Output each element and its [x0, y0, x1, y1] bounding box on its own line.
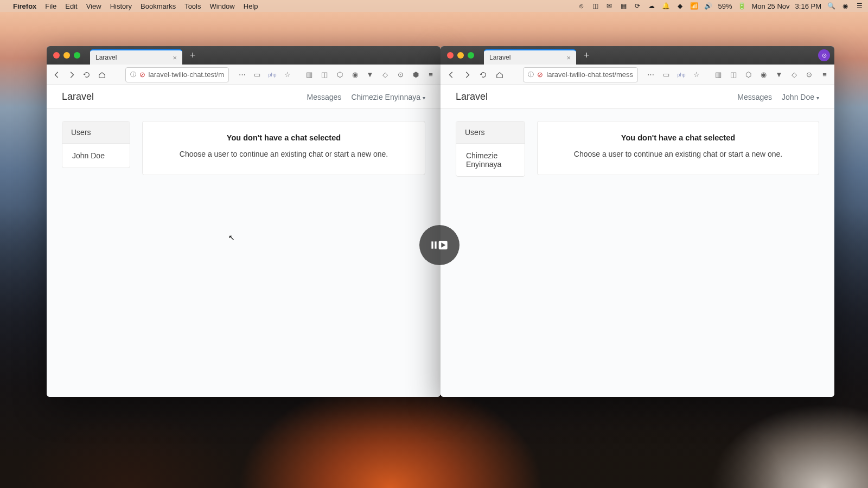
browser-tab[interactable]: Laravel ×: [90, 49, 182, 65]
maximize-window-button[interactable]: [74, 52, 80, 59]
sync-icon[interactable]: ⟳: [633, 2, 642, 10]
address-bar[interactable]: ⓘ ⊘ laravel-twilio-chat.test/mess: [523, 67, 638, 82]
url-text: laravel-twilio-chat.test/m: [149, 70, 224, 79]
volume-icon[interactable]: 🔊: [704, 2, 712, 10]
menu-history[interactable]: History: [110, 2, 132, 10]
ext2-icon[interactable]: ◉: [758, 69, 769, 80]
forward-button[interactable]: [461, 68, 474, 81]
status-icon[interactable]: ⎋: [577, 2, 585, 10]
menu-window[interactable]: Window: [210, 2, 235, 10]
php-icon[interactable]: php: [676, 69, 687, 80]
ext2-icon[interactable]: ◉: [349, 69, 360, 80]
sidebar-icon[interactable]: ◫: [319, 69, 330, 80]
grid-icon[interactable]: ▦: [619, 2, 628, 10]
diamond-icon[interactable]: ◆: [675, 2, 684, 10]
nav-user-dropdown[interactable]: Chimezie Enyinnaya▾: [351, 93, 425, 101]
empty-state-title: You don't have a chat selected: [553, 133, 803, 142]
battery-icon[interactable]: 🔋: [737, 2, 746, 10]
ext4-icon[interactable]: ◇: [380, 69, 391, 80]
back-button[interactable]: [51, 68, 63, 81]
hamburger-menu-icon[interactable]: ≡: [425, 69, 436, 80]
ext3-icon[interactable]: ▼: [365, 69, 375, 80]
close-tab-icon[interactable]: ×: [173, 54, 177, 62]
reader-icon[interactable]: ▭: [252, 69, 263, 80]
brand-title[interactable]: Laravel: [456, 91, 488, 102]
control-center-icon[interactable]: ☰: [855, 2, 864, 10]
browser-tab[interactable]: Laravel ×: [484, 49, 576, 65]
new-tab-button[interactable]: +: [186, 50, 200, 61]
browser-toolbar: ⓘ ⊘ laravel-twilio-chat.test/mess ⋯ ▭ ph…: [441, 65, 834, 85]
battery-percent: 59%: [718, 2, 732, 10]
address-bar[interactable]: ⓘ ⊘ laravel-twilio-chat.test/m: [125, 67, 229, 82]
php-icon[interactable]: php: [267, 69, 278, 80]
library-icon[interactable]: ▥: [304, 69, 315, 80]
reader-icon[interactable]: ▭: [661, 69, 672, 80]
tab-title: Laravel: [489, 54, 510, 61]
info-icon[interactable]: ⓘ: [130, 70, 136, 79]
menu-help[interactable]: Help: [244, 2, 258, 10]
home-button[interactable]: [493, 68, 506, 81]
menu-view[interactable]: View: [86, 2, 101, 10]
menu-file[interactable]: File: [45, 2, 56, 10]
svg-rect-1: [435, 241, 436, 248]
home-button[interactable]: [96, 68, 108, 81]
maximize-window-button[interactable]: [468, 52, 474, 59]
sidebar-header: Users: [456, 121, 525, 144]
ext1-icon[interactable]: ⬡: [334, 69, 345, 80]
url-text: laravel-twilio-chat.test/mess: [546, 70, 633, 79]
ext5-icon[interactable]: ⬢: [410, 69, 421, 80]
more-icon[interactable]: ⋯: [237, 69, 247, 80]
nav-messages-link[interactable]: Messages: [737, 93, 772, 101]
app-navbar: Laravel Messages John Doe▾: [441, 85, 834, 109]
browser-window: Laravel × + ⓘ ⊘ laravel-twilio-chat.test…: [47, 46, 441, 397]
bookmark-star-icon[interactable]: ☆: [691, 69, 702, 80]
brand-title[interactable]: Laravel: [62, 91, 94, 102]
close-tab-icon[interactable]: ×: [566, 54, 571, 62]
wifi-icon[interactable]: 📶: [690, 2, 698, 10]
nav-messages-link[interactable]: Messages: [307, 93, 342, 101]
play-pause-overlay[interactable]: [419, 225, 459, 265]
menu-edit[interactable]: Edit: [65, 2, 77, 10]
nav-user-dropdown[interactable]: John Doe▾: [782, 93, 819, 101]
back-button[interactable]: [445, 68, 458, 81]
new-tab-button[interactable]: +: [579, 50, 594, 61]
ext3-icon[interactable]: ▼: [774, 69, 784, 80]
bell-icon[interactable]: 🔔: [661, 2, 670, 10]
users-sidebar: Users Chimezie Enyinnaya: [456, 121, 525, 177]
chat-icon[interactable]: ✉: [605, 2, 614, 10]
empty-state-subtitle: Choose a user to continue an existing ch…: [158, 150, 410, 158]
siri-icon[interactable]: ◉: [841, 2, 850, 10]
more-icon[interactable]: ⋯: [646, 69, 656, 80]
reload-button[interactable]: [81, 68, 93, 81]
close-window-button[interactable]: [447, 52, 454, 59]
account-icon[interactable]: ⊙: [804, 69, 815, 80]
menu-tools[interactable]: Tools: [184, 2, 201, 10]
menubar-time[interactable]: 3:16 PM: [795, 2, 821, 10]
menu-bookmarks[interactable]: Bookmarks: [141, 2, 176, 10]
ext4-icon[interactable]: ◇: [789, 69, 800, 80]
hamburger-menu-icon[interactable]: ≡: [819, 69, 830, 80]
minimize-window-button[interactable]: [63, 52, 70, 59]
menubar-date[interactable]: Mon 25 Nov: [751, 2, 789, 10]
cloud-icon[interactable]: ☁: [647, 2, 656, 10]
page-content: Laravel Messages Chimezie Enyinnaya▾ Use…: [47, 85, 441, 397]
menubar-app-name[interactable]: Firefox: [13, 2, 36, 10]
reload-button[interactable]: [477, 68, 490, 81]
spotlight-icon[interactable]: 🔍: [827, 2, 835, 10]
sidebar-icon[interactable]: ◫: [728, 69, 739, 80]
info-icon[interactable]: ⓘ: [528, 70, 534, 79]
bookmark-star-icon[interactable]: ☆: [282, 69, 293, 80]
library-icon[interactable]: ▥: [713, 69, 724, 80]
window-controls: [447, 52, 474, 59]
dropbox-icon[interactable]: ◫: [591, 2, 599, 10]
ext1-icon[interactable]: ⬡: [743, 69, 754, 80]
page-content: Laravel Messages John Doe▾ Users Chimezi…: [441, 85, 834, 397]
forward-button[interactable]: [66, 68, 78, 81]
minimize-window-button[interactable]: [457, 52, 464, 59]
user-list-item[interactable]: Chimezie Enyinnaya: [456, 144, 525, 176]
profile-avatar-icon[interactable]: ⊙: [818, 49, 830, 61]
close-window-button[interactable]: [53, 52, 60, 59]
sidebar-header: Users: [62, 121, 130, 144]
user-list-item[interactable]: John Doe: [62, 144, 130, 168]
account-icon[interactable]: ⊙: [395, 69, 406, 80]
